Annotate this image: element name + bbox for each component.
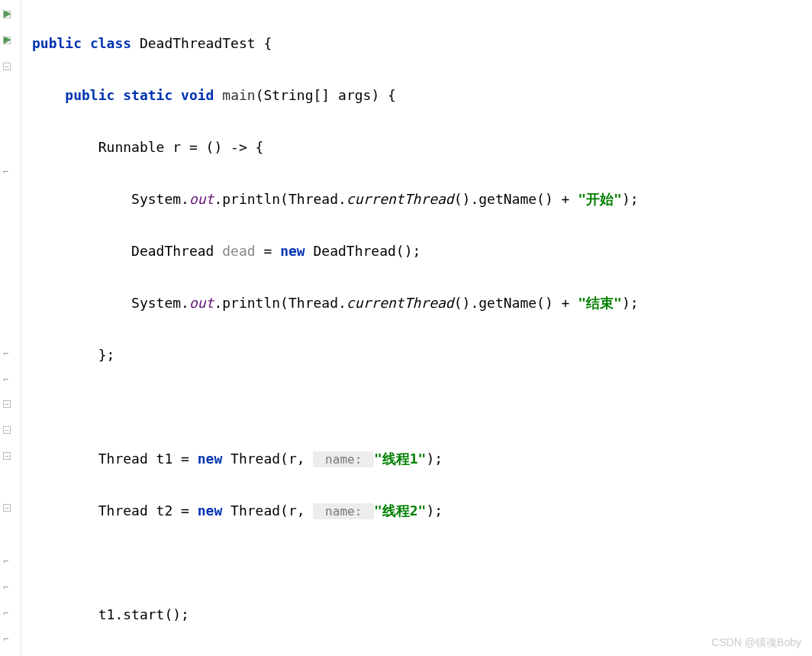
fold-end-icon[interactable]: ⌐ xyxy=(3,556,15,568)
code-text: Thread(r, xyxy=(222,451,313,467)
code-text: .println(Thread. xyxy=(214,191,346,207)
code-line[interactable]: System.out.println(Thread.currentThread(… xyxy=(32,186,812,212)
code-line[interactable]: Thread t2 = new Thread(r, name: "线程2"); xyxy=(32,498,812,524)
code-line[interactable]: Thread t1 = new Thread(r, name: "线程1"); xyxy=(32,446,812,472)
code-text: ().getName() + xyxy=(454,295,578,311)
fold-end-icon[interactable]: ⌐ xyxy=(3,608,15,620)
string-literal: "线程1" xyxy=(374,451,427,467)
watermark: CSDN @镇魂Boby xyxy=(711,636,801,650)
code-line[interactable]: }; xyxy=(32,342,812,368)
param-hint: name: xyxy=(313,451,373,467)
code-text: }; xyxy=(98,347,115,363)
params: (String[] args) { xyxy=(256,87,396,103)
string-literal: "结束" xyxy=(578,295,622,311)
code-text: ); xyxy=(426,503,443,519)
fold-icon[interactable]: − xyxy=(3,37,11,44)
keyword-new: new xyxy=(198,503,223,519)
code-line[interactable]: public class DeadThreadTest { xyxy=(32,31,812,57)
code-text: ); xyxy=(622,191,639,207)
code-line[interactable]: Runnable r = () -> { xyxy=(32,134,812,160)
code-text: System. xyxy=(131,295,189,311)
method-currentThread: currentThread xyxy=(346,295,454,311)
param-hint: name: xyxy=(313,503,373,519)
keyword-public: public xyxy=(32,35,82,51)
fold-end-icon[interactable]: ⌐ xyxy=(3,582,15,594)
field-out: out xyxy=(189,191,214,207)
keyword-new: new xyxy=(280,243,305,259)
fold-icon[interactable]: − xyxy=(3,452,11,460)
fold-icon[interactable]: − xyxy=(3,504,11,512)
keyword-static: static xyxy=(123,87,172,103)
method-currentThread: currentThread xyxy=(346,191,454,207)
fold-end-icon[interactable]: ⌐ xyxy=(3,348,15,360)
var-dead: dead xyxy=(222,243,255,259)
code-text: .println(Thread. xyxy=(214,295,346,311)
code-text: = xyxy=(256,243,281,259)
keyword-new: new xyxy=(198,451,223,467)
keyword-class: class xyxy=(90,35,131,51)
code-line[interactable]: t1.start(); xyxy=(32,602,812,628)
code-line[interactable]: DeadThread dead = new DeadThread(); xyxy=(32,238,812,264)
class-name: DeadThreadTest xyxy=(140,35,256,51)
code-line[interactable] xyxy=(32,550,812,576)
code-text: ); xyxy=(426,451,443,467)
string-literal: "线程2" xyxy=(374,503,427,519)
fold-icon[interactable]: − xyxy=(3,63,11,70)
code-text: Runnable r = () -> { xyxy=(98,139,264,155)
fold-icon[interactable]: − xyxy=(3,426,11,434)
fold-end-icon[interactable]: ⌐ xyxy=(3,166,15,179)
fold-icon[interactable]: − xyxy=(3,400,11,408)
method-main: main xyxy=(222,87,255,103)
fold-end-icon[interactable]: ⌐ xyxy=(3,634,15,646)
brace: { xyxy=(256,35,272,51)
keyword-void: void xyxy=(181,87,214,103)
code-text: DeadThread xyxy=(131,243,222,259)
fold-end-icon[interactable]: ⌐ xyxy=(3,374,15,386)
field-out: out xyxy=(189,295,214,311)
keyword-public: public xyxy=(65,87,114,103)
code-text: t1.start(); xyxy=(98,606,189,622)
code-text: System. xyxy=(131,191,189,207)
code-text: Thread(r, xyxy=(222,503,313,519)
code-line[interactable]: System.out.println(Thread.currentThread(… xyxy=(32,290,812,316)
code-text: DeadThread(); xyxy=(305,243,421,259)
fold-icon[interactable]: − xyxy=(3,11,11,18)
code-text: ().getName() + xyxy=(454,191,578,207)
code-editor: ▶ − ▶ − − ⌐ ⌐ ⌐ − − − − ⌐ ⌐ ⌐ ⌐ public c… xyxy=(0,0,812,656)
code-text: Thread t2 = xyxy=(98,503,198,519)
editor-gutter: ▶ − ▶ − − ⌐ ⌐ ⌐ − − − − ⌐ ⌐ ⌐ ⌐ xyxy=(0,0,21,656)
code-text: Thread t1 = xyxy=(98,451,198,467)
code-line[interactable]: public static void main(String[] args) { xyxy=(32,82,812,108)
code-line[interactable] xyxy=(32,394,812,420)
code-area[interactable]: public class DeadThreadTest { public sta… xyxy=(21,0,812,656)
string-literal: "开始" xyxy=(578,191,622,207)
code-text: ); xyxy=(622,295,639,311)
